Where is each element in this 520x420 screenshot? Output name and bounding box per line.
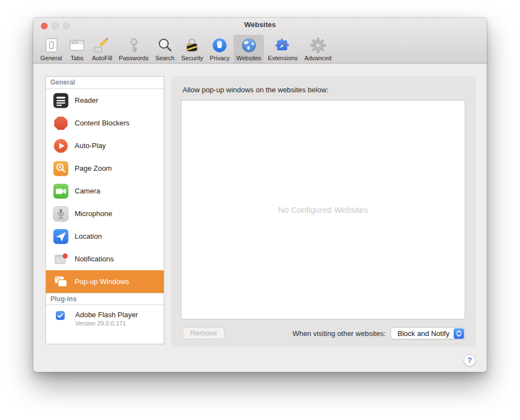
- help-button[interactable]: ?: [464, 354, 476, 366]
- sidebar-item-label: Location: [75, 232, 102, 240]
- privacy-icon: [211, 36, 228, 54]
- toolbar-label: Security: [181, 55, 203, 61]
- window-title: Websites: [33, 20, 487, 29]
- extensions-icon: [274, 36, 291, 54]
- sidebar-item-label: Camera: [75, 187, 100, 195]
- sidebar-item-label: Auto-Play: [75, 141, 106, 150]
- toolbar-label: AutoFill: [92, 55, 112, 61]
- tab-websites[interactable]: Websites: [233, 35, 264, 63]
- sidebar-item-reader[interactable]: Reader: [46, 89, 164, 112]
- tab-extensions[interactable]: Extensions: [265, 35, 300, 63]
- sidebar-section-general: General: [46, 77, 164, 89]
- camera-icon: [53, 183, 69, 199]
- auto-play-icon: [53, 138, 69, 154]
- general-icon: [43, 36, 60, 54]
- websites-icon: [241, 36, 257, 54]
- tab-search[interactable]: Search: [153, 35, 178, 63]
- search-icon: [157, 36, 173, 54]
- tab-general[interactable]: General: [38, 35, 65, 63]
- security-icon: [184, 36, 200, 54]
- sidebar-item-label: Reader: [75, 96, 98, 104]
- toolbar-label: Search: [155, 55, 175, 61]
- toolbar-label: Tabs: [71, 55, 84, 61]
- sidebar-item-label: Page Zoom: [75, 164, 112, 172]
- toolbar-label: Websites: [236, 55, 261, 61]
- toolbar-label: Passwords: [119, 55, 149, 61]
- sidebar-item-popup-windows[interactable]: Pop-up Windows: [46, 270, 164, 293]
- sidebar-item-content-blockers[interactable]: Content Blockers: [46, 112, 164, 134]
- autofill-icon: [93, 36, 110, 54]
- remove-button[interactable]: Remove: [183, 327, 225, 339]
- screen: Websites General: [0, 0, 520, 420]
- content-blockers-icon: [53, 116, 69, 131]
- sidebar-item-location[interactable]: Location: [46, 225, 164, 248]
- sidebar-item-label: Notifications: [75, 255, 114, 263]
- sidebar-item-label: Microphone: [75, 209, 112, 218]
- popup-windows-panel: Allow pop-up windows on the websites bel…: [171, 76, 476, 347]
- configured-websites-list[interactable]: No Configured Websites: [181, 100, 465, 319]
- empty-state-text: No Configured Websites: [278, 205, 368, 214]
- tab-advanced[interactable]: Advanced: [301, 35, 334, 63]
- safari-preferences-window: Websites General: [33, 18, 487, 372]
- popup-windows-icon: [53, 274, 69, 290]
- tab-passwords[interactable]: Passwords: [116, 35, 152, 63]
- sidebar-item-label: Pop-up Windows: [75, 277, 129, 286]
- advanced-icon: [310, 36, 326, 54]
- toolbar-label: General: [40, 55, 62, 61]
- page-zoom-icon: [53, 161, 69, 176]
- tab-tabs[interactable]: Tabs: [66, 35, 88, 63]
- websites-sidebar: General Reader: [45, 76, 164, 344]
- reader-icon: [53, 93, 69, 108]
- chevron-up-down-icon: [454, 328, 464, 341]
- plugin-name: Adobe Flash Player: [75, 311, 138, 319]
- when-visiting-label: When visiting other websites:: [293, 329, 386, 338]
- sidebar-item-page-zoom[interactable]: Page Zoom: [46, 157, 164, 180]
- toolbar-label: Extensions: [268, 55, 298, 61]
- sidebar-item-camera[interactable]: Camera: [46, 180, 164, 202]
- sidebar-item-label: Content Blockers: [75, 119, 129, 127]
- tabs-icon: [69, 36, 85, 54]
- toolbar-label: Advanced: [304, 55, 331, 61]
- sidebar-item-auto-play[interactable]: Auto-Play: [46, 134, 164, 157]
- flash-checkbox[interactable]: [56, 311, 65, 322]
- location-icon: [53, 229, 69, 244]
- tab-security[interactable]: Security: [178, 35, 206, 63]
- passwords-icon: [126, 36, 142, 54]
- sidebar-section-plugins: Plug-ins: [46, 293, 164, 305]
- plugin-version: Version 29.0.0.171: [75, 320, 138, 327]
- sidebar-item-adobe-flash[interactable]: Adobe Flash Player Version 29.0.0.171: [46, 305, 164, 340]
- toolbar-label: Privacy: [210, 55, 230, 61]
- titlebar: Websites General: [33, 18, 487, 64]
- tab-autofill[interactable]: AutoFill: [89, 35, 115, 63]
- other-websites-dropdown[interactable]: Block and Notify: [391, 327, 465, 339]
- preferences-toolbar: General Tabs: [38, 31, 482, 63]
- tab-privacy[interactable]: Privacy: [207, 35, 232, 63]
- notifications-icon: [53, 251, 69, 267]
- sidebar-item-microphone[interactable]: Microphone: [46, 202, 164, 225]
- microphone-icon: [53, 206, 69, 222]
- sidebar-item-notifications[interactable]: Notifications: [46, 248, 164, 270]
- panel-heading: Allow pop-up windows on the websites bel…: [183, 86, 329, 94]
